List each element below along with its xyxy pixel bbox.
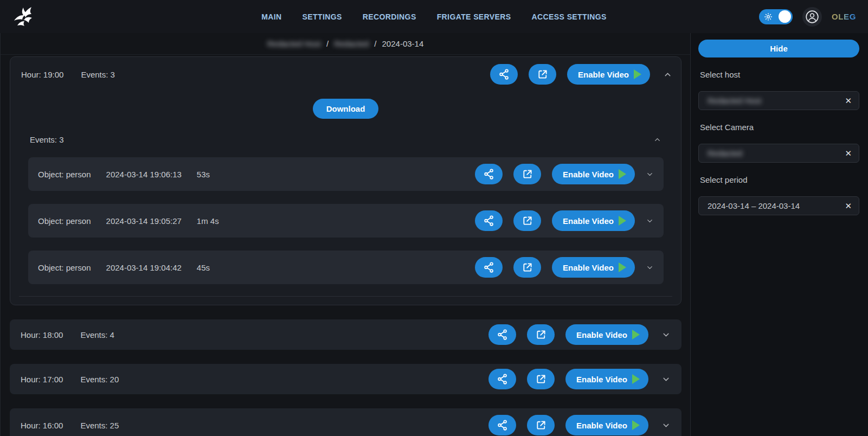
- nav-access-settings[interactable]: ACCESS SETTINGS: [532, 12, 607, 21]
- open-external-button[interactable]: [513, 210, 541, 231]
- share-button[interactable]: [488, 415, 516, 435]
- clear-period-icon[interactable]: ✕: [845, 202, 852, 210]
- events-count-label: Events: 25: [80, 421, 119, 430]
- nav-recordings[interactable]: RECORDINGS: [363, 12, 416, 21]
- share-button[interactable]: [488, 369, 516, 389]
- hour-card-16[interactable]: Hour: 16:00 Events: 25 Enable Video: [10, 408, 681, 436]
- download-button[interactable]: Download: [313, 99, 379, 119]
- play-icon: [619, 262, 626, 272]
- nav-settings[interactable]: SETTINGS: [303, 12, 342, 21]
- events-count-label: Events: 20: [80, 375, 119, 384]
- event-duration: 45s: [197, 263, 210, 272]
- open-external-button[interactable]: [529, 64, 556, 85]
- play-icon: [619, 216, 626, 226]
- enable-video-button[interactable]: Enable Video: [552, 164, 635, 184]
- event-actions: Enable Video: [475, 164, 635, 184]
- event-duration: 1m 4s: [197, 216, 219, 226]
- enable-video-button[interactable]: Enable Video: [565, 324, 648, 345]
- chevron-down-icon[interactable]: [661, 375, 671, 384]
- select-camera-label: Select Camera: [700, 123, 859, 132]
- enable-video-button[interactable]: Enable Video: [565, 369, 648, 389]
- event-row[interactable]: Object: person 2024-03-14 19:04:42 45s E…: [28, 251, 664, 284]
- period-select[interactable]: 2024-03-14 – 2024-03-14 ✕: [698, 196, 859, 215]
- sun-icon: [764, 12, 773, 21]
- enable-video-button[interactable]: Enable Video: [565, 415, 648, 435]
- enable-video-button[interactable]: Enable Video: [567, 64, 650, 85]
- enable-video-label: Enable Video: [563, 170, 614, 179]
- enable-video-label: Enable Video: [563, 216, 614, 226]
- period-value: 2024-03-14 – 2024-03-14: [708, 201, 800, 210]
- events-bottom-divider: [19, 296, 672, 297]
- hour-card-18[interactable]: Hour: 18:00 Events: 4 Enable Video: [10, 319, 681, 350]
- clear-camera-icon[interactable]: ✕: [845, 149, 852, 157]
- hour-card-17[interactable]: Hour: 17:00 Events: 20 Enable Video: [10, 364, 681, 394]
- breadcrumb: Redacted Host / Redacted / 2024-03-14: [1, 33, 690, 55]
- open-external-button[interactable]: [527, 369, 555, 389]
- chevron-down-icon[interactable]: [646, 264, 654, 272]
- enable-video-label: Enable Video: [563, 263, 614, 272]
- open-external-button[interactable]: [527, 324, 555, 345]
- theme-toggle[interactable]: [759, 9, 793, 24]
- filter-sidebar: Hide Select host Redacted Host ✕ Select …: [690, 33, 868, 436]
- breadcrumb-date: 2024-03-14: [382, 39, 424, 48]
- hour-card-header: Hour: 19:00 Events: 3: [10, 57, 681, 91]
- events-section-header: Events: 3: [10, 121, 681, 144]
- hour-label: Hour: 19:00: [21, 70, 63, 79]
- select-host-label: Select host: [700, 70, 859, 79]
- event-object-label: Object: person: [38, 216, 91, 226]
- breadcrumb-host-masked[interactable]: Redacted Host: [267, 39, 321, 48]
- camera-value-masked: Redacted: [708, 149, 742, 158]
- breadcrumb-separator: /: [326, 39, 329, 48]
- host-select[interactable]: Redacted Host ✕: [698, 91, 859, 110]
- frigate-logo-icon[interactable]: [12, 5, 36, 28]
- event-object-label: Object: person: [38, 263, 91, 272]
- share-button[interactable]: [475, 164, 503, 184]
- nav-frigate-servers[interactable]: FRIGATE SERVERS: [437, 12, 511, 21]
- events-count-label: Events: 4: [80, 330, 114, 339]
- open-external-button[interactable]: [527, 415, 555, 435]
- main-content: Redacted Host / Redacted / 2024-03-14 Ho…: [0, 33, 690, 436]
- event-timestamp: 2024-03-14 19:06:13: [106, 170, 182, 179]
- event-actions: Enable Video: [475, 210, 635, 231]
- event-timestamp: 2024-03-14 19:05:27: [106, 216, 182, 226]
- clear-host-icon[interactable]: ✕: [845, 97, 852, 105]
- play-icon: [632, 420, 640, 430]
- enable-video-label: Enable Video: [578, 70, 629, 79]
- share-button[interactable]: [475, 210, 503, 231]
- event-object-label: Object: person: [38, 170, 91, 179]
- download-row: Download: [10, 99, 681, 119]
- event-actions: Enable Video: [475, 257, 635, 278]
- share-button[interactable]: [490, 64, 518, 85]
- nav-main[interactable]: MAIN: [261, 12, 281, 21]
- breadcrumb-camera-masked[interactable]: Redacted: [334, 39, 369, 48]
- chevron-down-icon[interactable]: [661, 330, 671, 339]
- event-row[interactable]: Object: person 2024-03-14 19:06:13 53s E…: [28, 157, 664, 191]
- user-avatar[interactable]: [802, 7, 822, 27]
- main-nav: MAIN SETTINGS RECORDINGS FRIGATE SERVERS…: [0, 12, 868, 21]
- hour-actions: Enable Video: [488, 369, 648, 389]
- enable-video-button[interactable]: Enable Video: [552, 210, 635, 231]
- hour-label: Hour: 16:00: [21, 421, 63, 430]
- chevron-down-icon[interactable]: [661, 421, 671, 430]
- events-section-label: Events: 3: [30, 135, 64, 144]
- camera-select[interactable]: Redacted ✕: [698, 144, 859, 163]
- chevron-up-icon[interactable]: [653, 136, 661, 144]
- share-button[interactable]: [488, 324, 516, 345]
- chevron-down-icon[interactable]: [646, 217, 654, 225]
- hour-label: Hour: 18:00: [21, 330, 63, 339]
- share-button[interactable]: [475, 257, 503, 278]
- hour-actions: Enable Video: [490, 64, 650, 85]
- top-navbar: MAIN SETTINGS RECORDINGS FRIGATE SERVERS…: [0, 0, 868, 33]
- select-period-label: Select period: [700, 175, 859, 184]
- chevron-up-icon[interactable]: [663, 70, 672, 79]
- event-row[interactable]: Object: person 2024-03-14 19:05:27 1m 4s…: [28, 204, 664, 238]
- event-timestamp: 2024-03-14 19:04:42: [106, 263, 182, 272]
- enable-video-label: Enable Video: [576, 421, 627, 430]
- enable-video-label: Enable Video: [576, 330, 627, 339]
- open-external-button[interactable]: [513, 257, 541, 278]
- chevron-down-icon[interactable]: [646, 170, 654, 178]
- open-external-button[interactable]: [513, 164, 541, 184]
- hide-sidebar-button[interactable]: Hide: [698, 40, 859, 57]
- enable-video-button[interactable]: Enable Video: [552, 257, 635, 278]
- username[interactable]: OLEG: [832, 12, 856, 21]
